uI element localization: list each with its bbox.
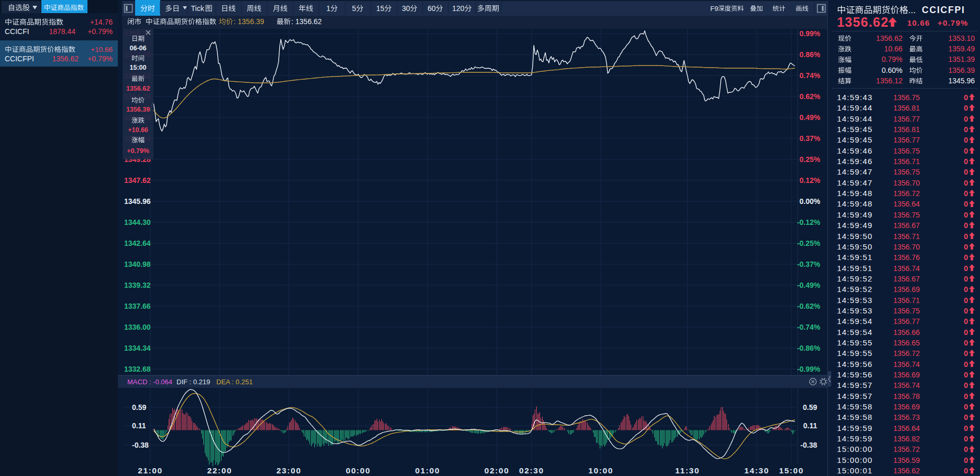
- svg-text:F9: F9: [710, 5, 718, 13]
- svg-text:+14.76: +14.76: [90, 18, 113, 26]
- svg-text:0.37%: 0.37%: [799, 134, 820, 143]
- svg-text:01:00: 01:00: [415, 466, 440, 475]
- svg-text:1356.65: 1356.65: [893, 339, 920, 347]
- svg-text:0: 0: [964, 200, 968, 208]
- svg-text:14:59:59: 14:59:59: [837, 424, 873, 432]
- svg-text:1356.71: 1356.71: [893, 157, 920, 166]
- svg-text:0: 0: [964, 296, 968, 305]
- svg-text:1356.75: 1356.75: [893, 307, 920, 315]
- svg-text:14:59:43: 14:59:43: [837, 93, 873, 102]
- svg-text:Tick: Tick: [191, 4, 205, 13]
- svg-text:14:59:59: 14:59:59: [837, 434, 873, 443]
- svg-text:0: 0: [964, 307, 968, 315]
- svg-text:1356.39: 1356.39: [948, 66, 975, 74]
- svg-text:+0.79%: +0.79%: [938, 18, 968, 27]
- svg-text:14:59:54: 14:59:54: [837, 328, 873, 337]
- svg-text:1356.69: 1356.69: [893, 371, 920, 379]
- svg-text:1356.73: 1356.73: [893, 413, 920, 421]
- svg-text:10.66: 10.66: [884, 45, 902, 53]
- svg-text:23:00: 23:00: [277, 466, 302, 475]
- svg-text:0: 0: [964, 125, 968, 134]
- svg-text:+0.79%: +0.79%: [87, 27, 113, 36]
- svg-text:-0.38: -0.38: [132, 441, 149, 449]
- svg-text:1356.78: 1356.78: [893, 392, 920, 401]
- svg-text:1356.81: 1356.81: [893, 125, 920, 134]
- svg-text:1356.67: 1356.67: [893, 221, 920, 230]
- svg-text:14:59:45: 14:59:45: [837, 125, 873, 134]
- svg-text:1332.68: 1332.68: [124, 365, 151, 373]
- svg-text:14:59:58: 14:59:58: [837, 402, 873, 411]
- svg-text:1356.76: 1356.76: [893, 253, 920, 262]
- svg-text:1356.70: 1356.70: [893, 179, 920, 187]
- svg-text:1356.67: 1356.67: [893, 275, 920, 283]
- svg-text:0: 0: [964, 381, 968, 390]
- svg-text:1356.74: 1356.74: [893, 360, 920, 369]
- svg-text:0: 0: [964, 179, 968, 187]
- svg-text:0.62%: 0.62%: [799, 92, 820, 101]
- svg-text:1878.44: 1878.44: [49, 27, 75, 36]
- svg-text:1356.69: 1356.69: [893, 285, 920, 294]
- svg-text:15:00: 15:00: [779, 466, 804, 475]
- svg-text:-0.74%: -0.74%: [797, 323, 821, 331]
- svg-text:14:59:46: 14:59:46: [837, 146, 873, 155]
- svg-text:+0.79%: +0.79%: [87, 55, 113, 63]
- svg-text:0: 0: [964, 413, 968, 421]
- svg-text:1356.64: 1356.64: [893, 200, 920, 208]
- svg-text:0.12%: 0.12%: [799, 176, 820, 185]
- svg-text:0: 0: [964, 264, 968, 273]
- svg-text:14:30: 14:30: [744, 466, 769, 475]
- svg-text:-0.86%: -0.86%: [797, 344, 821, 352]
- svg-text:14:59:44: 14:59:44: [837, 114, 873, 123]
- svg-text:0.59: 0.59: [803, 403, 817, 412]
- svg-text:0: 0: [964, 93, 968, 102]
- svg-text:1339.32: 1339.32: [124, 281, 151, 289]
- svg-text:14:59:48: 14:59:48: [837, 199, 873, 208]
- svg-text:1356.71: 1356.71: [893, 296, 920, 305]
- svg-text:21:00: 21:00: [138, 466, 163, 475]
- svg-text:1336.00: 1336.00: [124, 323, 151, 331]
- svg-text:15:00: 15:00: [130, 64, 147, 71]
- svg-text:DIF : 0.219: DIF : 0.219: [177, 378, 210, 386]
- svg-text:1347.62: 1347.62: [124, 176, 151, 185]
- svg-text:1356.62: 1356.62: [126, 85, 150, 92]
- svg-text:CCICFPI: CCICFPI: [922, 5, 965, 15]
- svg-text:1356.64: 1356.64: [893, 424, 920, 432]
- svg-text:14:59:49: 14:59:49: [837, 210, 873, 219]
- svg-text:0: 0: [964, 157, 968, 166]
- svg-text:0.79%: 0.79%: [882, 55, 902, 63]
- svg-text:0: 0: [964, 221, 968, 230]
- svg-text:0: 0: [964, 104, 968, 112]
- svg-text:15:00:00: 15:00:00: [837, 456, 873, 464]
- svg-text:+0.79%: +0.79%: [127, 147, 149, 155]
- svg-text:1344.30: 1344.30: [124, 218, 151, 226]
- svg-text:14:59:45: 14:59:45: [837, 135, 873, 144]
- svg-text:14:59:57: 14:59:57: [837, 392, 873, 401]
- svg-text:14:59:50: 14:59:50: [837, 232, 873, 241]
- svg-text:14:59:53: 14:59:53: [837, 296, 873, 305]
- svg-text:0.60%: 0.60%: [882, 66, 902, 74]
- svg-text:...: ...: [908, 5, 916, 15]
- svg-text:1356.75: 1356.75: [893, 211, 920, 219]
- svg-text:: 1356.62: : 1356.62: [291, 17, 322, 26]
- svg-text:10.66: 10.66: [907, 18, 930, 27]
- svg-text:0: 0: [964, 285, 968, 294]
- svg-text:1356.66: 1356.66: [893, 328, 920, 337]
- svg-text:30: 30: [402, 4, 410, 13]
- svg-text:0: 0: [964, 136, 968, 144]
- svg-text:0: 0: [964, 392, 968, 401]
- svg-text:0.25%: 0.25%: [799, 155, 820, 164]
- svg-text:0: 0: [964, 317, 968, 326]
- svg-text:14:59:56: 14:59:56: [837, 360, 873, 369]
- svg-text:1356.77: 1356.77: [893, 115, 920, 123]
- svg-text:15: 15: [376, 4, 384, 13]
- svg-text:14:59:58: 14:59:58: [837, 413, 873, 421]
- svg-text:14:59:51: 14:59:51: [837, 253, 873, 262]
- svg-text:-0.99%: -0.99%: [797, 365, 821, 373]
- svg-text:120: 120: [452, 4, 465, 13]
- svg-text:1356.39: 1356.39: [126, 106, 150, 113]
- svg-text:1356.74: 1356.74: [893, 381, 920, 390]
- svg-text:0: 0: [964, 147, 968, 155]
- svg-text:0: 0: [964, 424, 968, 432]
- svg-text:1356.69: 1356.69: [893, 403, 920, 411]
- svg-text:14:59:51: 14:59:51: [837, 264, 873, 273]
